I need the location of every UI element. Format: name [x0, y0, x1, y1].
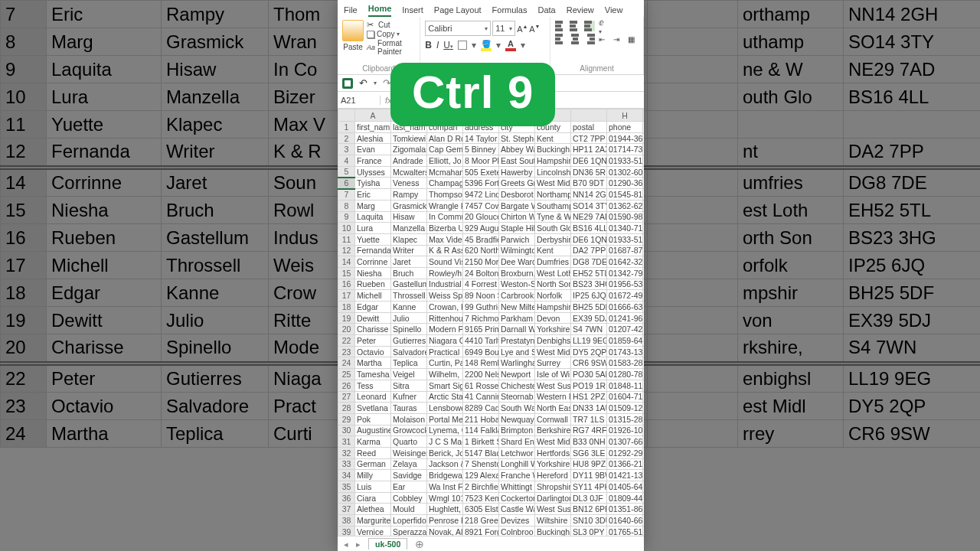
cell[interactable]: 01307-667 — [607, 436, 643, 448]
cell[interactable]: Prestatyn — [499, 335, 535, 347]
cell[interactable]: Dee Ward — [499, 256, 535, 268]
cell[interactable]: EX39 5DJ — [571, 312, 607, 324]
cell[interactable]: la — [643, 211, 645, 223]
row-number[interactable]: 12 — [338, 245, 355, 256]
cell[interactable]: Ritte — [269, 307, 341, 334]
cell[interactable]: Throssell — [162, 252, 269, 279]
cell[interactable]: Evan — [355, 144, 391, 155]
table-row[interactable]: 7EricRampyThompson9472 LindDesborotNorth… — [338, 189, 645, 201]
cell[interactable]: Wilmingto — [499, 245, 535, 256]
cell[interactable]: Alan D Ro — [427, 132, 463, 144]
row-number[interactable]: 37 — [338, 504, 355, 515]
cell[interactable]: Carbrook — [499, 290, 535, 302]
cell[interactable]: von — [738, 307, 844, 334]
cell[interactable]: BS23 3HG — [844, 224, 981, 252]
row-number[interactable]: 23 — [1, 393, 47, 420]
cell[interactable]: Lincolnshi — [535, 166, 571, 178]
cell[interactable]: Luis — [355, 481, 391, 493]
table-row[interactable]: 26TessSitraSmart Sig61 RossettChichester… — [338, 380, 645, 391]
row-number[interactable]: 22 — [338, 335, 355, 347]
tab-home[interactable]: Home — [368, 4, 392, 17]
row-number[interactable]: 26 — [338, 380, 355, 391]
cut-button[interactable]: Cut — [367, 20, 415, 29]
cell[interactable]: North Son — [535, 279, 571, 290]
cell[interactable]: rkshire, — [738, 334, 844, 362]
cell[interactable]: LL19 9EG — [844, 365, 981, 393]
cell[interactable]: 01207-428 — [607, 324, 643, 335]
cell[interactable]: Portal Me — [427, 413, 463, 425]
cell[interactable]: Ciara — [355, 492, 391, 504]
cell[interactable]: West Suss — [535, 380, 571, 391]
row-number[interactable]: 22 — [1, 365, 47, 393]
cell[interactable]: 89 Noon S — [463, 290, 499, 302]
cell[interactable]: Eric — [355, 189, 391, 201]
cell[interactable]: Martha — [47, 420, 162, 448]
cell[interactable]: Mode — [269, 334, 341, 362]
cell[interactable]: Karma — [355, 436, 391, 448]
row-number[interactable]: 3 — [338, 144, 355, 155]
align-middle-button[interactable] — [570, 21, 580, 31]
cell[interactable]: Manzella — [391, 223, 427, 234]
cell[interactable]: 7523 Kem — [463, 492, 499, 504]
cell[interactable]: Staple Hill — [499, 223, 535, 234]
table-row[interactable]: 8MargGrasmickWrangle H7457 CowlBargate W… — [338, 200, 645, 211]
merge-button[interactable]: ▦ — [628, 34, 639, 44]
cell[interactable] — [648, 365, 738, 393]
table-row[interactable]: 6TyishaVenessChampagr5396 ForthGreets Gr… — [338, 178, 645, 189]
cell[interactable]: Whittingt — [499, 481, 535, 493]
cell[interactable]: Thom — [269, 1, 341, 28]
cell[interactable]: Rowl — [269, 197, 341, 224]
cell[interactable]: ta — [643, 369, 645, 380]
cell[interactable]: Max Vide — [427, 233, 463, 245]
table-row[interactable]: 22PeterGutierresNiagara C4410 TarltPrest… — [338, 335, 645, 347]
cell[interactable]: Wran — [269, 28, 341, 56]
cell[interactable]: ed — [643, 302, 645, 313]
undo-button[interactable] — [359, 77, 368, 89]
cell[interactable]: Chichester — [499, 380, 535, 391]
row-number[interactable]: 2 — [338, 132, 355, 144]
cell[interactable]: Tomkiewi — [391, 132, 427, 144]
cell[interactable]: Augustine — [355, 425, 391, 436]
cell[interactable]: oc — [643, 346, 645, 357]
cell[interactable]: Loperfido — [391, 515, 427, 527]
cell[interactable]: CT2 7PP — [571, 132, 607, 144]
cell[interactable]: S4 7WN — [571, 324, 607, 335]
name-box[interactable]: A21 — [338, 96, 381, 105]
cell[interactable]: Dumfries — [535, 256, 571, 268]
cell[interactable]: Ulysses — [355, 166, 391, 178]
cell[interactable]: 01926-108 — [607, 425, 643, 436]
cell[interactable]: Mcwalters — [391, 166, 427, 178]
cell[interactable]: Bizerba U — [427, 223, 463, 234]
cell[interactable]: Julio — [391, 312, 427, 324]
cell[interactable]: Veigel — [391, 369, 427, 380]
row-number[interactable]: 14 — [1, 169, 47, 197]
cell[interactable]: Hisaw — [391, 211, 427, 223]
cell[interactable]: 5 Binney S — [463, 144, 499, 155]
cell[interactable]: 01351-868 — [607, 504, 643, 515]
cell[interactable]: Derbyshir — [535, 233, 571, 245]
cell[interactable]: po — [643, 413, 645, 425]
row-number[interactable]: 4 — [338, 155, 355, 167]
cell[interactable]: NN14 2GH — [571, 189, 607, 201]
cell[interactable]: 01714-737 — [607, 144, 643, 155]
cell[interactable]: Michell — [355, 290, 391, 302]
cell[interactable]: East Sout — [499, 155, 535, 167]
cell[interactable]: Pok — [355, 413, 391, 425]
cell[interactable]: uthamp — [738, 28, 844, 56]
cell[interactable]: 620 North — [463, 245, 499, 256]
cell[interactable]: Max V — [269, 111, 341, 139]
cell[interactable]: 8 Moor Pl — [463, 155, 499, 167]
row-number[interactable]: 39 — [338, 526, 355, 536]
select-all-corner[interactable] — [338, 109, 355, 122]
cell[interactable]: SO14 3TY — [571, 200, 607, 211]
cell[interactable]: Wiltshire — [535, 515, 571, 527]
cell[interactable]: 01290-367 — [607, 178, 643, 189]
cell[interactable]: Rueben — [355, 279, 391, 290]
row-number[interactable]: 24 — [1, 420, 47, 448]
cell[interactable]: Practical — [427, 346, 463, 357]
cell[interactable]: Salvadore — [391, 346, 427, 357]
cell[interactable]: Marg — [355, 200, 391, 211]
row-number[interactable]: 28 — [338, 403, 355, 414]
cell[interactable]: 41 Cannin — [463, 391, 499, 403]
grow-font-button[interactable]: A▲ — [517, 24, 528, 34]
